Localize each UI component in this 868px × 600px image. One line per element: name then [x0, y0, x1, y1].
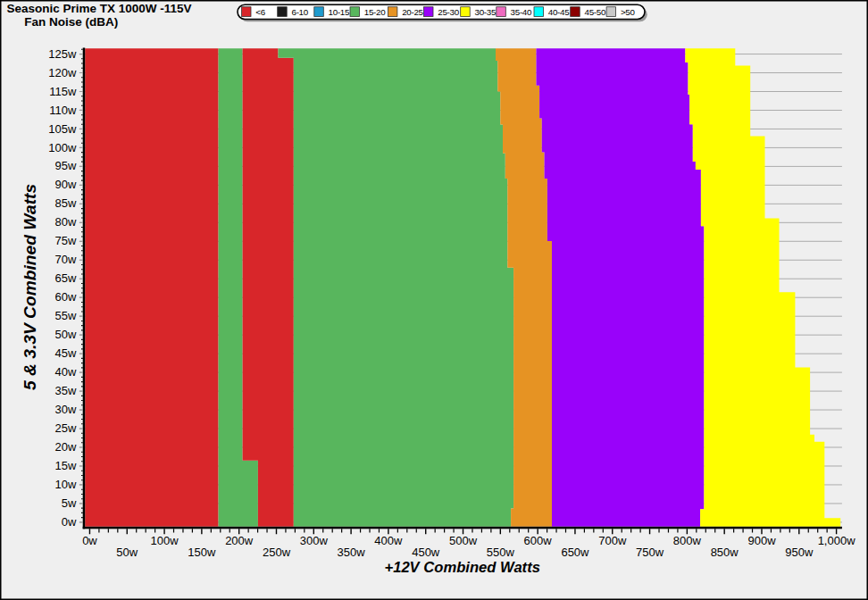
svg-text:6-10: 6-10 [292, 7, 309, 17]
svg-text:850w: 850w [711, 546, 739, 559]
svg-text:110w: 110w [49, 104, 77, 117]
svg-text:125w: 125w [48, 47, 77, 61]
svg-text:30w: 30w [55, 403, 77, 416]
svg-text:700w: 700w [598, 534, 627, 547]
svg-text:80w: 80w [55, 215, 77, 229]
svg-text:800w: 800w [673, 534, 702, 547]
svg-text:<6: <6 [255, 7, 265, 17]
svg-text:65w: 65w [55, 271, 77, 285]
svg-text:20w: 20w [55, 440, 77, 454]
svg-text:70w: 70w [55, 253, 77, 266]
svg-text:10w: 10w [55, 478, 77, 491]
svg-text:15-20: 15-20 [364, 7, 386, 17]
svg-text:95w: 95w [55, 159, 77, 172]
svg-text:0w: 0w [82, 534, 97, 547]
svg-text:100w: 100w [151, 534, 179, 547]
svg-text:100w: 100w [48, 141, 77, 154]
svg-text:550w: 550w [487, 546, 515, 559]
svg-text:25-30: 25-30 [438, 7, 459, 17]
svg-text:1,000w: 1,000w [818, 534, 856, 547]
svg-text:>50: >50 [621, 7, 636, 17]
svg-text:120w: 120w [48, 66, 77, 79]
svg-text:40-45: 40-45 [548, 7, 570, 17]
svg-text:45-50: 45-50 [585, 7, 606, 17]
svg-text:105w: 105w [48, 122, 77, 136]
svg-text:50w: 50w [116, 546, 138, 559]
svg-text:85w: 85w [55, 196, 77, 210]
svg-text:+12V Combined Watts: +12V Combined Watts [384, 559, 539, 576]
svg-text:20-25: 20-25 [402, 7, 423, 17]
svg-text:500w: 500w [449, 534, 478, 547]
svg-text:40w: 40w [55, 365, 77, 379]
svg-text:200w: 200w [225, 534, 254, 547]
svg-text:450w: 450w [412, 546, 440, 559]
svg-text:300w: 300w [300, 534, 329, 547]
svg-text:45w: 45w [55, 346, 77, 360]
svg-text:35-40: 35-40 [511, 7, 532, 17]
svg-text:35w: 35w [55, 384, 77, 397]
svg-text:10-15: 10-15 [329, 7, 350, 17]
svg-text:115w: 115w [49, 85, 77, 98]
svg-text:250w: 250w [263, 546, 291, 559]
svg-text:55w: 55w [55, 309, 77, 322]
svg-text:5w: 5w [62, 496, 77, 510]
svg-text:75w: 75w [55, 234, 77, 247]
svg-text:Fan Noise (dBA): Fan Noise (dBA) [24, 15, 118, 29]
svg-text:60w: 60w [55, 290, 77, 304]
svg-text:25w: 25w [55, 421, 77, 435]
svg-text:900w: 900w [747, 534, 776, 547]
svg-text:750w: 750w [636, 546, 664, 559]
svg-text:150w: 150w [188, 546, 216, 559]
svg-text:0w: 0w [62, 515, 77, 529]
svg-text:650w: 650w [561, 546, 589, 559]
svg-text:350w: 350w [338, 546, 366, 559]
svg-text:15w: 15w [55, 459, 77, 472]
svg-text:950w: 950w [785, 546, 814, 559]
svg-text:Seasonic Prime TX 1000W -115V: Seasonic Prime TX 1000W -115V [6, 2, 191, 15]
svg-text:600w: 600w [524, 534, 553, 547]
svg-text:5 & 3.3V Combined Watts: 5 & 3.3V Combined Watts [21, 184, 39, 390]
svg-text:30-35: 30-35 [475, 7, 497, 17]
svg-text:90w: 90w [55, 178, 77, 191]
svg-text:400w: 400w [374, 534, 403, 547]
svg-text:50w: 50w [55, 328, 77, 341]
